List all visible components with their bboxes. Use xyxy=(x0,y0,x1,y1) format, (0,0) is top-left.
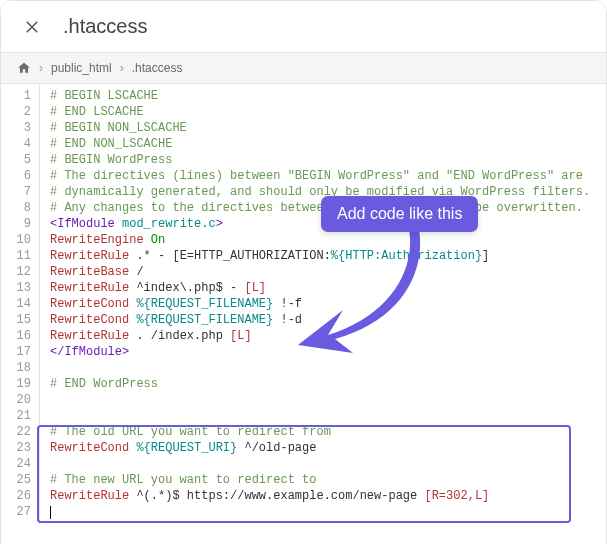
code-line[interactable] xyxy=(50,456,606,472)
code-lines[interactable]: # BEGIN LSCACHE# END LSCACHE# BEGIN NON_… xyxy=(40,84,606,524)
code-line[interactable]: RewriteCond %{REQUEST_FILENAME} !-d xyxy=(50,312,606,328)
line-number: 17 xyxy=(5,344,31,360)
breadcrumb: › public_html › .htaccess xyxy=(1,53,606,84)
line-number: 24 xyxy=(5,456,31,472)
line-number: 22 xyxy=(5,424,31,440)
line-number: 8 xyxy=(5,200,31,216)
code-line[interactable]: # The new URL you want to redirect to xyxy=(50,472,606,488)
close-icon[interactable] xyxy=(23,18,41,36)
line-number: 4 xyxy=(5,136,31,152)
line-number: 23 xyxy=(5,440,31,456)
code-line[interactable]: # BEGIN LSCACHE xyxy=(50,88,606,104)
line-number: 3 xyxy=(5,120,31,136)
code-line[interactable]: # END NON_LSCACHE xyxy=(50,136,606,152)
line-number: 12 xyxy=(5,264,31,280)
file-title: .htaccess xyxy=(63,15,147,38)
code-line[interactable]: RewriteRule . /index.php [L] xyxy=(50,328,606,344)
line-number: 10 xyxy=(5,232,31,248)
code-line[interactable]: # The old URL you want to redirect from xyxy=(50,424,606,440)
code-line[interactable]: # END WordPress xyxy=(50,376,606,392)
code-line[interactable]: RewriteEngine On xyxy=(50,232,606,248)
line-number: 13 xyxy=(5,280,31,296)
code-line[interactable]: # BEGIN NON_LSCACHE xyxy=(50,120,606,136)
line-number: 14 xyxy=(5,296,31,312)
code-line[interactable]: RewriteCond %{REQUEST_URI} ^/old-page xyxy=(50,440,606,456)
line-number: 7 xyxy=(5,184,31,200)
line-number: 26 xyxy=(5,488,31,504)
code-line[interactable]: </IfModule> xyxy=(50,344,606,360)
line-number: 1 xyxy=(5,88,31,104)
code-line[interactable]: RewriteRule ^(.*)$ https://www.example.c… xyxy=(50,488,606,504)
breadcrumb-item[interactable]: .htaccess xyxy=(132,61,183,75)
text-cursor xyxy=(50,506,51,519)
code-line[interactable]: RewriteCond %{REQUEST_FILENAME} !-f xyxy=(50,296,606,312)
breadcrumb-item[interactable]: public_html xyxy=(51,61,112,75)
line-number: 20 xyxy=(5,392,31,408)
line-number: 21 xyxy=(5,408,31,424)
line-number: 16 xyxy=(5,328,31,344)
line-number-gutter: 1234567891011121314151617181920212223242… xyxy=(1,84,40,524)
code-line[interactable] xyxy=(50,504,606,520)
chevron-right-icon: › xyxy=(39,61,43,75)
line-number: 11 xyxy=(5,248,31,264)
annotation-callout: Add code like this xyxy=(321,196,478,232)
line-number: 18 xyxy=(5,360,31,376)
line-number: 27 xyxy=(5,504,31,520)
code-line[interactable] xyxy=(50,360,606,376)
chevron-right-icon: › xyxy=(120,61,124,75)
code-line[interactable]: RewriteRule .* - [E=HTTP_AUTHORIZATION:%… xyxy=(50,248,606,264)
line-number: 6 xyxy=(5,168,31,184)
code-line[interactable]: RewriteRule ^index\.php$ - [L] xyxy=(50,280,606,296)
line-number: 5 xyxy=(5,152,31,168)
home-icon[interactable] xyxy=(17,61,31,75)
code-line[interactable]: # The directives (lines) between "BEGIN … xyxy=(50,168,606,184)
code-line[interactable]: RewriteBase / xyxy=(50,264,606,280)
code-line[interactable] xyxy=(50,408,606,424)
editor-header: .htaccess xyxy=(1,1,606,53)
line-number: 2 xyxy=(5,104,31,120)
code-editor[interactable]: 1234567891011121314151617181920212223242… xyxy=(1,84,606,544)
code-line[interactable] xyxy=(50,392,606,408)
code-line[interactable]: # BEGIN WordPress xyxy=(50,152,606,168)
annotation-text: Add code like this xyxy=(337,205,462,222)
line-number: 15 xyxy=(5,312,31,328)
line-number: 9 xyxy=(5,216,31,232)
line-number: 25 xyxy=(5,472,31,488)
line-number: 19 xyxy=(5,376,31,392)
code-line[interactable]: # END LSCACHE xyxy=(50,104,606,120)
